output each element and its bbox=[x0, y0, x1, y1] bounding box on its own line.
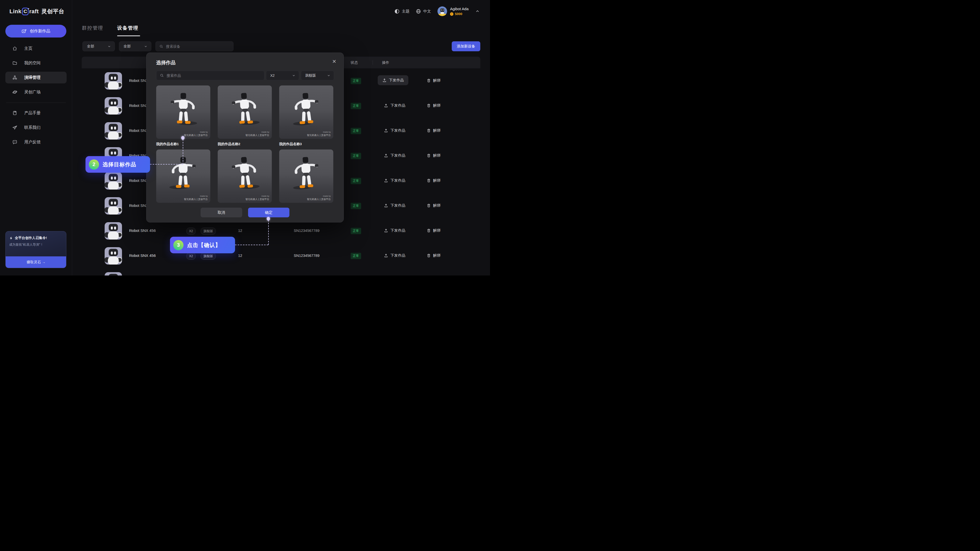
unbind-button[interactable]: 解绑 bbox=[427, 128, 441, 133]
modal-edition-dropdown[interactable]: 旗舰版 bbox=[301, 71, 334, 80]
work-item[interactable]: made by 智元机器人 | 灵创平台 我的作品名称3 bbox=[279, 86, 333, 149]
deploy-work-button[interactable]: 下发作品 bbox=[378, 75, 408, 85]
user-name: Agibot Ada bbox=[450, 6, 469, 11]
status-badge: 正常 bbox=[351, 253, 361, 259]
connector-line bbox=[268, 220, 269, 245]
tutorial-step-3: 3 点击【确认】 bbox=[170, 237, 235, 253]
close-icon[interactable]: ✕ bbox=[332, 59, 336, 65]
trash-icon bbox=[427, 228, 431, 233]
trash-icon bbox=[427, 78, 431, 83]
robot-render-image bbox=[285, 87, 328, 130]
work-item[interactable]: made by 智元机器人 | 灵创平台 我的作品名称1 bbox=[156, 86, 210, 149]
home-icon bbox=[12, 46, 18, 51]
globe-icon bbox=[416, 9, 421, 14]
deploy-work-button[interactable]: 下发作品 bbox=[384, 103, 405, 108]
device-thumbnail bbox=[105, 122, 122, 140]
device-thumbnail bbox=[105, 172, 122, 189]
sidebar-item-contact-us[interactable]: 联系我们 bbox=[5, 122, 67, 133]
device-search[interactable] bbox=[156, 41, 234, 51]
bolt-icon bbox=[9, 236, 13, 240]
tab-device-management[interactable]: 设备管理 bbox=[117, 25, 138, 32]
confirm-button[interactable]: 确定 bbox=[248, 208, 290, 218]
unbind-button[interactable]: 解绑 bbox=[427, 228, 441, 233]
trash-icon bbox=[427, 153, 431, 158]
sidebar-item-my-space[interactable]: 我的空间 bbox=[5, 57, 67, 69]
sidebar-item-feedback[interactable]: 用户反馈 bbox=[5, 136, 67, 148]
device-robot-image bbox=[105, 272, 122, 275]
work-thumbnail: made by 智元机器人 | 灵创平台 bbox=[279, 149, 333, 203]
unbind-button[interactable]: 解绑 bbox=[427, 253, 441, 258]
chevron-up-icon[interactable] bbox=[475, 9, 480, 14]
work-search[interactable] bbox=[156, 71, 264, 80]
earn-gems-button[interactable]: 赚取灵石 → bbox=[5, 256, 66, 268]
nodes-icon bbox=[12, 75, 18, 80]
user-menu[interactable]: Agibot Ada 5000 bbox=[438, 6, 469, 16]
device-model-badge: X2 bbox=[186, 252, 196, 260]
unbind-button[interactable]: 解绑 bbox=[427, 103, 441, 108]
deploy-work-button[interactable]: 下发作品 bbox=[384, 178, 405, 183]
language-switcher[interactable]: 中文 bbox=[416, 9, 431, 14]
connector-dot bbox=[181, 136, 185, 140]
sidebar-nav: 主页 我的空间 演绎管理 灵创广场 产品手册 联系我们 bbox=[0, 43, 72, 151]
upload-icon bbox=[384, 153, 388, 158]
upload-icon bbox=[384, 203, 388, 208]
tab-group-control[interactable]: 群控管理 bbox=[82, 25, 103, 32]
theme-label: 主题 bbox=[402, 9, 409, 14]
deploy-work-button[interactable]: 下发作品 bbox=[384, 203, 405, 208]
watermark: made by 智元机器人 | 灵创平台 bbox=[307, 131, 331, 137]
device-robot-image bbox=[105, 222, 122, 240]
deploy-work-button[interactable]: 下发作品 bbox=[384, 153, 405, 158]
status-badge: 正常 bbox=[351, 228, 361, 234]
robot-render-image bbox=[285, 151, 328, 194]
status-badge: 正常 bbox=[351, 178, 361, 184]
work-item[interactable]: made by 智元机器人 | 灵创平台 bbox=[218, 149, 272, 203]
topbar: 主题 中文 Agibot Ada bbox=[395, 0, 480, 22]
theme-toggle[interactable]: 主题 bbox=[395, 9, 409, 14]
connector-dot bbox=[267, 217, 270, 221]
sidebar-item-product-manual[interactable]: 产品手册 bbox=[5, 107, 67, 119]
planet-icon bbox=[12, 89, 18, 95]
work-item[interactable]: made by 智元机器人 | 灵创平台 bbox=[156, 149, 210, 203]
search-icon bbox=[159, 44, 163, 48]
sidebar-item-performance-management[interactable]: 演绎管理 bbox=[5, 72, 67, 83]
work-item[interactable]: made by 智元机器人 | 灵创平台 bbox=[279, 149, 333, 203]
connector-line bbox=[183, 139, 183, 164]
step-number-badge: 2 bbox=[89, 159, 99, 170]
chevron-down-icon bbox=[292, 74, 296, 77]
work-search-input[interactable] bbox=[166, 73, 261, 78]
device-edition-badge: 旗舰版 bbox=[200, 252, 216, 260]
trash-icon bbox=[427, 128, 431, 133]
filter-dropdown-2[interactable]: 全部 bbox=[119, 41, 151, 51]
create-work-button[interactable]: 创作新作品 bbox=[5, 25, 66, 38]
unbind-button[interactable]: 解绑 bbox=[427, 78, 441, 83]
filter-dropdown-1[interactable]: 全部 bbox=[83, 41, 115, 51]
sidebar-item-home[interactable]: 主页 bbox=[5, 43, 67, 54]
watermark: made by 智元机器人 | 灵创平台 bbox=[307, 195, 331, 201]
sidebar: 创作新作品 主页 我的空间 演绎管理 灵创广场 产品手册 bbox=[0, 0, 72, 275]
device-search-input[interactable] bbox=[165, 44, 230, 49]
status-badge: 正常 bbox=[351, 128, 361, 134]
cancel-button[interactable]: 取消 bbox=[200, 208, 242, 218]
device-robot-image bbox=[105, 72, 122, 89]
device-thumbnail bbox=[105, 247, 122, 265]
add-device-button[interactable]: 添加新设备 bbox=[452, 41, 480, 51]
sidebar-item-plaza[interactable]: 灵创广场 bbox=[5, 86, 67, 98]
deploy-work-button[interactable]: 下发作品 bbox=[384, 253, 405, 258]
select-work-modal: 选择作品 ✕ X2 旗舰版 made by 智元机器人 | 灵创平台 我的作品名… bbox=[146, 52, 344, 222]
work-item[interactable]: made by 智元机器人 | 灵创平台 我的作品名称2 bbox=[218, 86, 272, 149]
deploy-work-button[interactable]: 下发作品 bbox=[384, 128, 405, 133]
deploy-work-button[interactable]: 下发作品 bbox=[384, 228, 405, 233]
device-robot-image bbox=[105, 197, 122, 214]
app-root: LinkCraft 灵创平台 主题 中文 bbox=[0, 0, 490, 275]
unbind-button[interactable]: 解绑 bbox=[427, 153, 441, 158]
unbind-button[interactable]: 解绑 bbox=[427, 203, 441, 208]
modal-model-dropdown[interactable]: X2 bbox=[266, 71, 299, 80]
device-thumbnail bbox=[105, 97, 122, 114]
device-robot-image bbox=[105, 172, 122, 189]
unbind-button[interactable]: 解绑 bbox=[427, 178, 441, 183]
send-icon bbox=[12, 125, 18, 130]
promo-subtitle: 成为首批"机器人导演"！ bbox=[9, 243, 62, 247]
device-serial-number: SN1234567789 bbox=[294, 229, 320, 233]
search-icon bbox=[160, 73, 164, 78]
work-thumbnail: made by 智元机器人 | 灵创平台 bbox=[156, 86, 210, 139]
